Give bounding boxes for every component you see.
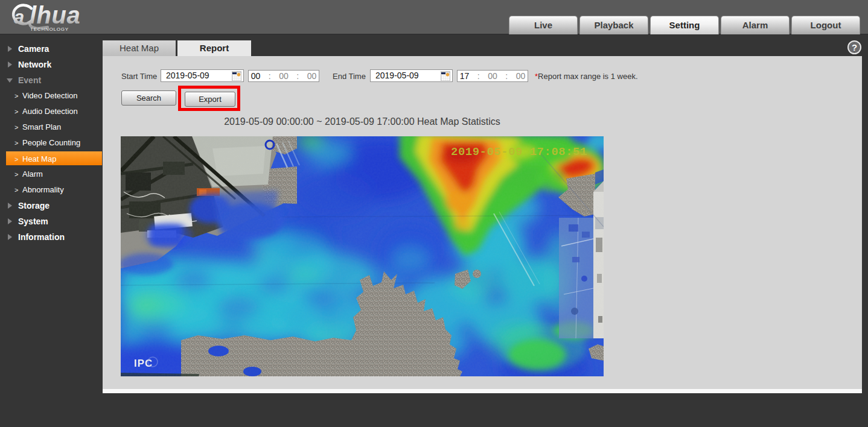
svg-text:a: a (14, 7, 24, 28)
svg-text:TECHNOLOGY: TECHNOLOGY (30, 27, 69, 32)
svg-text:lhua: lhua (30, 2, 80, 28)
